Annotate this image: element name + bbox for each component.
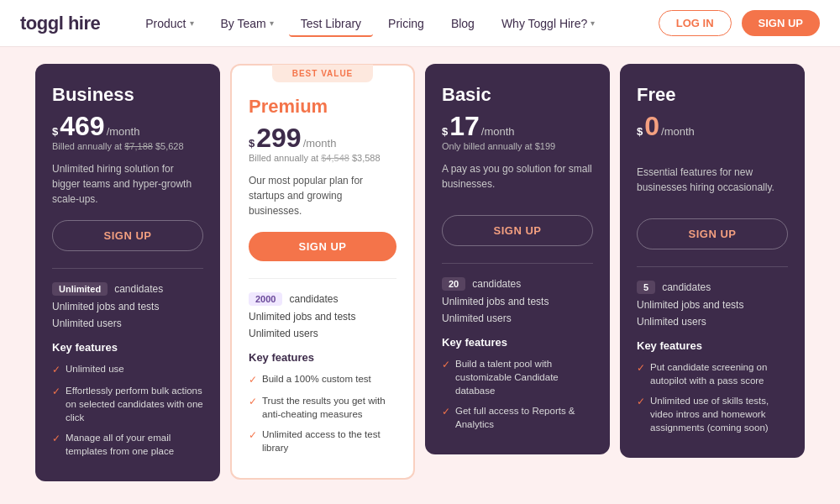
price-dollar-free: $ bbox=[637, 125, 643, 138]
key-feature-basic-0: ✓ Build a talent pool with customizable … bbox=[442, 357, 593, 397]
check-icon: ✓ bbox=[249, 395, 257, 409]
nav-actions: LOG IN SIGN UP bbox=[659, 10, 820, 36]
candidates-badge-basic: 20 bbox=[442, 277, 465, 291]
billed-text-business: Billed annually at $7,188 $5,628 bbox=[52, 141, 203, 151]
key-feature-premium-0: ✓ Build a 100% custom test bbox=[249, 372, 396, 387]
price-period-premium: /month bbox=[303, 137, 337, 150]
key-features-title-free: Key features bbox=[637, 339, 788, 352]
price-row-free: $ 0 /month bbox=[637, 113, 788, 139]
divider-basic bbox=[442, 263, 593, 264]
plan-desc-basic: A pay as you go solution for small busin… bbox=[442, 161, 593, 202]
check-icon: ✓ bbox=[249, 373, 257, 387]
nav-links: Product ▾ By Team ▾ Test Library Pricing… bbox=[134, 10, 659, 37]
candidates-badge-free: 5 bbox=[637, 281, 655, 294]
key-feature-premium-1: ✓ Trust the results you get with anti-ch… bbox=[249, 394, 396, 421]
feature2-business: Unlimited users bbox=[52, 318, 203, 329]
billed-text-basic: Only billed annually at $199 bbox=[442, 141, 593, 151]
feature1-basic: Unlimited jobs and tests bbox=[442, 296, 593, 307]
main-content: Business $ 469 /month Billed annually at… bbox=[0, 47, 840, 498]
key-features-title-basic: Key features bbox=[442, 336, 593, 349]
price-period-free: /month bbox=[661, 125, 695, 138]
old-price-premium: $4,548 bbox=[321, 153, 349, 163]
best-value-badge: BEST VALUE bbox=[272, 65, 373, 82]
nav-item-pricing[interactable]: Pricing bbox=[376, 10, 436, 37]
signup-button-business[interactable]: SIGN UP bbox=[52, 220, 203, 251]
candidates-business: Unlimited candidates bbox=[52, 282, 203, 296]
check-icon: ✓ bbox=[637, 395, 645, 409]
nav-item-blog[interactable]: Blog bbox=[439, 10, 486, 37]
price-dollar-business: $ bbox=[52, 125, 58, 138]
navbar: toggl hire Product ▾ By Team ▾ Test Libr… bbox=[0, 0, 840, 47]
nav-item-why[interactable]: Why Toggl Hire? ▾ bbox=[490, 10, 606, 37]
price-amount-basic: 17 bbox=[449, 113, 480, 139]
key-feature-business-1: ✓ Effortlessly perform bulk actions on s… bbox=[52, 384, 203, 424]
feature2-basic: Unlimited users bbox=[442, 312, 593, 324]
signup-nav-button[interactable]: SIGN UP bbox=[742, 10, 820, 36]
old-price-business: $7,188 bbox=[124, 141, 153, 151]
key-feature-free-1: ✓ Unlimited use of skills tests, video i… bbox=[637, 394, 788, 434]
check-icon: ✓ bbox=[637, 361, 645, 375]
feature1-free: Unlimited jobs and tests bbox=[637, 299, 788, 311]
plan-name-free: Free bbox=[637, 84, 788, 106]
plan-desc-premium: Our most popular plan for startups and g… bbox=[249, 173, 396, 218]
price-period-business: /month bbox=[107, 125, 140, 138]
nav-item-team[interactable]: By Team ▾ bbox=[209, 10, 286, 37]
chevron-down-icon: ▾ bbox=[270, 18, 274, 28]
divider-free bbox=[637, 266, 788, 267]
pricing-cards: Business $ 469 /month Billed annually at… bbox=[17, 64, 823, 481]
price-amount-free: 0 bbox=[644, 113, 659, 139]
billed-text-free bbox=[637, 141, 788, 155]
logo-hire: hire bbox=[68, 13, 100, 34]
chevron-down-icon: ▾ bbox=[190, 18, 194, 28]
chevron-down-icon: ▾ bbox=[591, 18, 595, 28]
feature2-premium: Unlimited users bbox=[249, 328, 396, 339]
signup-button-basic[interactable]: SIGN UP bbox=[442, 215, 593, 246]
candidates-badge-premium: 2000 bbox=[249, 292, 282, 306]
candidates-premium: 2000 candidates bbox=[249, 292, 396, 306]
plan-free: Free $ 0 /month Essential features for n… bbox=[620, 64, 805, 458]
key-features-title-business: Key features bbox=[52, 341, 203, 354]
key-feature-free-0: ✓ Put candidate screening on autopilot w… bbox=[637, 360, 788, 387]
plan-business: Business $ 469 /month Billed annually at… bbox=[35, 64, 220, 481]
check-icon: ✓ bbox=[52, 363, 60, 377]
feature1-premium: Unlimited jobs and tests bbox=[249, 311, 396, 323]
check-icon: ✓ bbox=[249, 428, 257, 443]
plan-name-business: Business bbox=[52, 84, 203, 106]
plan-desc-free: Essential features for new businesses hi… bbox=[637, 165, 788, 205]
signup-button-free[interactable]: SIGN UP bbox=[637, 218, 788, 249]
check-icon: ✓ bbox=[442, 405, 450, 419]
candidates-badge-business: Unlimited bbox=[52, 282, 108, 296]
price-row-premium: $ 299 /month bbox=[249, 124, 396, 151]
plan-name-premium: Premium bbox=[249, 96, 396, 118]
logo-toggl: toggl bbox=[20, 13, 63, 34]
signup-button-premium[interactable]: SIGN UP bbox=[249, 232, 396, 261]
price-amount-business: 469 bbox=[60, 113, 104, 139]
plan-desc-business: Unlimited hiring solution for bigger tea… bbox=[52, 161, 203, 207]
plan-basic: Basic $ 17 /month Only billed annually a… bbox=[425, 64, 610, 454]
key-features-title-premium: Key features bbox=[249, 351, 396, 364]
check-icon: ✓ bbox=[52, 432, 60, 446]
nav-item-product[interactable]: Product ▾ bbox=[134, 10, 205, 37]
price-row-business: $ 469 /month bbox=[52, 113, 203, 139]
divider-premium bbox=[249, 278, 396, 279]
candidates-free: 5 candidates bbox=[637, 281, 788, 294]
key-feature-business-0: ✓ Unlimited use bbox=[52, 362, 203, 377]
new-price-premium: $3,588 bbox=[352, 153, 381, 163]
logo[interactable]: toggl hire bbox=[20, 13, 100, 34]
price-dollar-premium: $ bbox=[249, 137, 255, 150]
billed-text-premium: Billed annually at $4,548 $3,588 bbox=[249, 153, 396, 163]
nav-item-test-library[interactable]: Test Library bbox=[289, 10, 373, 37]
price-row-basic: $ 17 /month bbox=[442, 113, 593, 139]
plan-premium: BEST VALUE Premium $ 299 /month Billed a… bbox=[230, 64, 415, 480]
check-icon: ✓ bbox=[52, 385, 60, 399]
key-feature-premium-2: ✓ Unlimited access to the test library bbox=[249, 428, 396, 454]
new-price-business: $5,628 bbox=[155, 141, 184, 151]
divider-business bbox=[52, 268, 203, 269]
feature1-business: Unlimited jobs and tests bbox=[52, 301, 203, 312]
feature2-free: Unlimited users bbox=[637, 316, 788, 328]
check-icon: ✓ bbox=[442, 358, 450, 372]
plan-name-basic: Basic bbox=[442, 84, 593, 106]
price-amount-premium: 299 bbox=[256, 124, 301, 151]
key-feature-basic-1: ✓ Get full access to Reports & Analytics bbox=[442, 404, 593, 431]
login-button[interactable]: LOG IN bbox=[659, 10, 732, 36]
